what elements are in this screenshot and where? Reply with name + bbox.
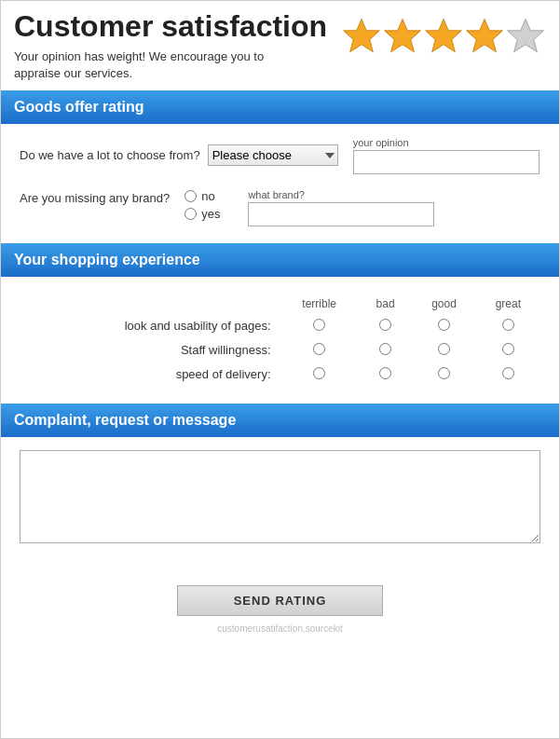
goods-section-header: Goods offer rating: [1, 90, 559, 124]
radio-staff-terrible[interactable]: [280, 338, 359, 363]
radio-pages-great[interactable]: [476, 314, 540, 338]
radio-staff-terrible-input[interactable]: [313, 343, 325, 355]
send-button[interactable]: SEND RATING: [177, 585, 384, 616]
radio-pages-great-input[interactable]: [502, 319, 514, 331]
question2-label: Are you missing any brand?: [20, 189, 170, 205]
header-subtitle: Your opinion has weight! We encourage yo…: [14, 48, 284, 82]
choose-dropdown[interactable]: Please choose Yes, many choices Average …: [208, 144, 338, 166]
svg-marker-2: [426, 20, 462, 52]
radio-delivery-good[interactable]: [412, 363, 475, 387]
radio-staff-bad-input[interactable]: [379, 343, 391, 355]
page-container: Customer satisfaction Your opinion has w…: [0, 0, 560, 739]
rating-table: terrible bad good great look and usabili…: [20, 294, 540, 387]
radio-delivery-good-input[interactable]: [438, 367, 450, 379]
brand-label: what brand?: [248, 189, 434, 200]
radio-pages-good-input[interactable]: [438, 319, 450, 331]
opinion-label: your opinion: [353, 137, 540, 148]
svg-marker-1: [385, 20, 421, 52]
radio-yes-item[interactable]: yes: [184, 207, 220, 221]
question2-row: Are you missing any brand? no yes what b…: [20, 189, 540, 226]
star-3-icon: [423, 16, 464, 57]
radio-delivery-bad-input[interactable]: [379, 367, 391, 379]
star-5-icon: [505, 16, 546, 57]
radio-pages-terrible-input[interactable]: [313, 319, 325, 331]
missing-brand-radio-group: no yes: [184, 189, 220, 221]
radio-delivery-terrible-input[interactable]: [313, 367, 325, 379]
row-label-1: Staff willingness:: [20, 338, 280, 363]
send-button-wrapper: SEND RATING: [1, 585, 559, 616]
col-header-terrible: terrible: [280, 294, 359, 314]
row-label-2: speed of delivery:: [20, 363, 280, 387]
star-4-icon: [464, 16, 505, 57]
page-title: Customer satisfaction: [14, 10, 327, 43]
watermark: customerusatifaction.sourcekit: [1, 623, 559, 634]
radio-delivery-great[interactable]: [476, 363, 540, 387]
brand-input[interactable]: [248, 202, 434, 226]
row-label-0: look and usability of pages:: [20, 314, 280, 338]
radio-staff-bad[interactable]: [359, 338, 413, 363]
complaint-textarea[interactable]: [20, 450, 540, 543]
radio-delivery-terrible[interactable]: [280, 363, 359, 387]
radio-staff-good[interactable]: [412, 338, 475, 363]
svg-marker-4: [508, 20, 544, 52]
col-header-bad: bad: [359, 294, 413, 314]
radio-delivery-great-input[interactable]: [502, 367, 514, 379]
star-1-icon: [341, 16, 382, 57]
dropdown-container: Please choose Yes, many choices Average …: [208, 144, 338, 166]
col-header-good: good: [412, 294, 475, 314]
radio-no-label: no: [201, 189, 214, 203]
shopping-section-header: Your shopping experience: [1, 243, 559, 277]
radio-staff-great[interactable]: [476, 338, 540, 363]
question1-label: Do we have a lot to choose from?: [20, 148, 200, 162]
header-area: Customer satisfaction Your opinion has w…: [1, 1, 559, 90]
stars-rating-image: [341, 16, 546, 57]
radio-yes-label: yes: [201, 207, 220, 221]
col-header-empty: [20, 294, 280, 314]
brand-group: what brand?: [248, 189, 434, 226]
radio-staff-good-input[interactable]: [438, 343, 450, 355]
opinion-group: your opinion: [353, 137, 540, 174]
star-2-icon: [382, 16, 423, 57]
opinion-input[interactable]: [353, 150, 540, 174]
radio-pages-good[interactable]: [412, 314, 475, 338]
table-row: speed of delivery:: [20, 363, 540, 387]
radio-no[interactable]: [184, 190, 197, 202]
radio-pages-bad[interactable]: [359, 314, 413, 338]
radio-pages-bad-input[interactable]: [379, 319, 391, 331]
table-row: Staff willingness:: [20, 338, 540, 363]
col-header-great: great: [476, 294, 540, 314]
goods-section-body: Do we have a lot to choose from? Please …: [1, 124, 559, 243]
radio-staff-great-input[interactable]: [502, 343, 514, 355]
shopping-section-body: terrible bad good great look and usabili…: [1, 277, 559, 404]
svg-marker-3: [467, 20, 503, 52]
svg-marker-0: [344, 20, 380, 52]
complaint-section-body: [1, 437, 559, 563]
table-row: look and usability of pages:: [20, 314, 540, 338]
header-left: Customer satisfaction Your opinion has w…: [14, 10, 327, 83]
radio-pages-terrible[interactable]: [280, 314, 359, 338]
radio-yes[interactable]: [184, 208, 197, 220]
radio-delivery-bad[interactable]: [359, 363, 413, 387]
question1-row: Do we have a lot to choose from? Please …: [20, 137, 540, 174]
radio-no-item[interactable]: no: [184, 189, 220, 203]
complaint-section-header: Complaint, request or message: [1, 404, 559, 437]
